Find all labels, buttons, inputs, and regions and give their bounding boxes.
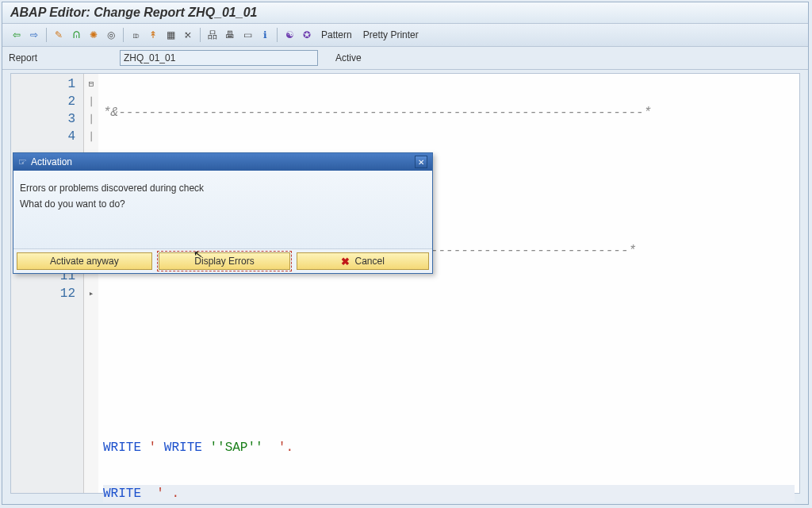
line-number: 3 bbox=[11, 110, 80, 128]
hierarchy-icon[interactable]: 品 bbox=[205, 27, 220, 43]
code-area[interactable]: *&--------------------------------------… bbox=[98, 74, 799, 493]
display-object-list-icon[interactable]: ▦ bbox=[163, 27, 178, 43]
direct-processing-icon[interactable]: ⎄ bbox=[128, 27, 144, 43]
dialog-icon: ☞ bbox=[18, 156, 27, 167]
fold-column: ⊟ │ │ │ ▸ bbox=[84, 74, 98, 493]
close-icon[interactable]: ✕ bbox=[415, 156, 427, 168]
separator bbox=[123, 28, 124, 42]
dialog-body: Errors or problems discovered during che… bbox=[13, 171, 432, 248]
dialog-line2: What do you want to do? bbox=[20, 196, 426, 212]
line-number: 12 bbox=[11, 285, 80, 302]
code-editor[interactable]: 1 2 3 4 11 12 ⊟ │ │ │ ▸ *&--------------… bbox=[10, 73, 800, 494]
fold-collapse-icon[interactable]: ⊟ bbox=[86, 75, 97, 93]
end-marker-icon: ▸ bbox=[86, 285, 97, 302]
report-label: Report bbox=[9, 52, 112, 64]
separator bbox=[46, 28, 47, 42]
display-change-icon[interactable]: ✎ bbox=[51, 27, 67, 43]
report-name-input[interactable] bbox=[120, 50, 318, 66]
check-icon[interactable]: ✺ bbox=[86, 27, 102, 43]
dialog-line1: Errors or problems discovered during che… bbox=[20, 180, 426, 196]
cancel-x-icon: ✖ bbox=[341, 256, 350, 267]
dialog-buttons: Activate anyway Display Errors ✖ Cancel bbox=[13, 248, 432, 273]
breakpoint2-icon[interactable]: ✪ bbox=[299, 27, 315, 43]
line-number: 1 bbox=[11, 75, 80, 93]
fullscreen-icon[interactable]: ▭ bbox=[239, 27, 255, 43]
page-title: ABAP Editor: Change Report ZHQ_01_01 bbox=[2, 2, 808, 24]
status-label: Active bbox=[335, 52, 362, 64]
separator bbox=[277, 28, 278, 42]
where-used-icon[interactable]: ↟ bbox=[145, 27, 161, 43]
other-object-icon[interactable]: ᕬ bbox=[68, 27, 84, 43]
separator bbox=[200, 28, 201, 42]
nav-back-icon[interactable]: ⇦ bbox=[9, 27, 25, 43]
help-icon[interactable]: ℹ bbox=[257, 27, 273, 43]
subheader: Report Active bbox=[2, 47, 808, 70]
line-number-gutter: 1 2 3 4 11 12 bbox=[11, 74, 84, 493]
line-number: 2 bbox=[11, 93, 80, 110]
dialog-title: Activation bbox=[31, 156, 72, 167]
activate-anyway-button[interactable]: Activate anyway bbox=[17, 252, 152, 270]
cancel-button[interactable]: ✖ Cancel bbox=[297, 252, 429, 270]
line-number: 4 bbox=[11, 128, 80, 145]
activation-dialog: ☞ Activation ✕ Errors or problems discov… bbox=[13, 152, 433, 274]
print-icon[interactable]: 🖶 bbox=[222, 27, 238, 43]
display-errors-button[interactable]: Display Errors bbox=[159, 252, 291, 270]
nav-forward-icon[interactable]: ⇨ bbox=[26, 27, 42, 43]
activate-icon[interactable]: ◎ bbox=[103, 27, 119, 43]
pretty-printer-button[interactable]: Pretty Printer bbox=[358, 28, 423, 42]
main-toolbar: ⇦ ⇨ ✎ ᕬ ✺ ◎ ⎄ ↟ ▦ ⤪ 品 🖶 ▭ ℹ ☯ ✪ Pattern … bbox=[2, 24, 808, 47]
pattern-button[interactable]: Pattern bbox=[316, 28, 357, 42]
dialog-titlebar: ☞ Activation ✕ bbox=[13, 153, 432, 171]
navigation-icon[interactable]: ⤪ bbox=[180, 27, 196, 43]
breakpoint-icon[interactable]: ☯ bbox=[282, 27, 297, 43]
